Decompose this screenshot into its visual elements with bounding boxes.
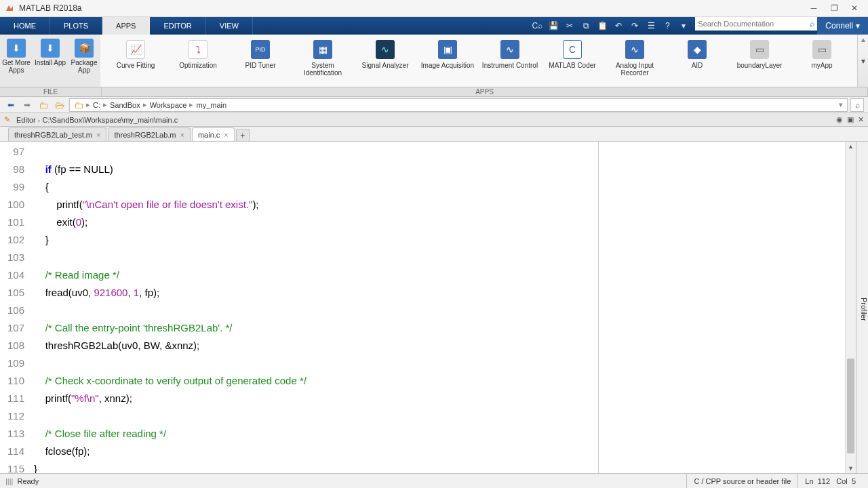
search-icon[interactable]: ⌕ <box>810 19 814 28</box>
code-line[interactable]: /* Close file after reading */ <box>34 425 845 443</box>
code-line[interactable]: printf("\nCan't open file or file doesn'… <box>34 196 845 214</box>
editor-area[interactable]: 9798991001011021031041051061071081091101… <box>0 142 856 473</box>
file-section-label: FILE <box>0 87 102 96</box>
app-aid[interactable]: ◆ AID <box>669 40 726 69</box>
code-line[interactable] <box>34 143 845 161</box>
app-analog-input-recorder[interactable]: ∿ Analog Input Recorder <box>606 40 663 77</box>
code-line[interactable] <box>34 407 845 425</box>
app-icon: C <box>563 40 582 59</box>
scroll-thumb[interactable] <box>847 359 854 453</box>
minimize-button[interactable]: ─ <box>804 1 823 15</box>
editor-actions-icon[interactable]: ◉ <box>836 115 843 124</box>
app-label: Analog Input Recorder <box>606 62 663 77</box>
switch-windows-icon[interactable]: ☰ <box>645 20 657 32</box>
file-action-2[interactable]: 📦 Package App <box>68 39 100 74</box>
ribbon-tab-editor[interactable]: EDITOR <box>150 17 205 35</box>
file-tab-close-icon[interactable]: × <box>180 131 184 139</box>
ribbon-collapse-icon[interactable]: ▲ <box>860 36 867 43</box>
line-number: 110 <box>0 372 24 390</box>
new-file-tab-button[interactable]: + <box>236 129 250 141</box>
file-tab-name: main.c <box>198 131 220 139</box>
app-myapp[interactable]: ▭ myApp <box>793 40 850 69</box>
qa-dropdown-icon[interactable]: ▾ <box>677 20 690 32</box>
code-line[interactable]: printf("%f\n", xnnz); <box>34 390 845 407</box>
code-line[interactable]: fread(uv0, 921600, 1, fp); <box>34 284 845 302</box>
path-dropdown-icon[interactable]: ▾ <box>839 100 843 109</box>
app-matlab-coder[interactable]: C MATLAB Coder <box>544 40 601 69</box>
browse-folder-icon[interactable]: 🗁 <box>53 98 66 112</box>
scroll-down-arrow[interactable]: ▼ <box>846 464 856 473</box>
code-line[interactable]: } <box>34 460 845 473</box>
file-tab-close-icon[interactable]: × <box>224 131 228 139</box>
scroll-up-arrow[interactable]: ▲ <box>846 142 856 151</box>
file-action-1[interactable]: ⬇ Install App <box>34 39 66 66</box>
app-image-acquisition[interactable]: ▣ Image Acquisition <box>419 40 476 69</box>
app-system-identification[interactable]: ▦ System Identification <box>294 40 351 77</box>
file-action-0[interactable]: ⬇ Get More Apps <box>0 39 33 74</box>
file-tab[interactable]: threshRGB2Lab_test.m× <box>8 127 106 141</box>
app-pid-tuner[interactable]: PID PID Tuner <box>232 40 289 69</box>
ribbon-tab-apps[interactable]: APPS <box>102 17 150 35</box>
search-documentation[interactable]: ⌕ <box>695 17 817 30</box>
undo-icon[interactable]: ↶ <box>612 20 625 32</box>
code-line[interactable]: /* Check x-coordinate to verify output o… <box>34 372 845 390</box>
code-line[interactable]: /* Read image */ <box>34 266 845 284</box>
ribbon-tab-plots[interactable]: PLOTS <box>50 17 102 35</box>
code-line[interactable] <box>34 354 845 372</box>
code-line[interactable]: threshRGB2Lab(uv0, BW, &xnnz); <box>34 337 845 354</box>
maximize-button[interactable]: ❐ <box>825 1 844 15</box>
path-seg-0[interactable]: SandBox <box>110 101 140 109</box>
up-folder-icon[interactable]: 🗀 <box>37 98 50 112</box>
copy-icon[interactable]: ⧉ <box>580 20 592 32</box>
ribbon-tab-home[interactable]: HOME <box>0 17 50 35</box>
editor-close-icon[interactable]: ✕ <box>858 115 864 124</box>
editor-dock-icon[interactable]: ▣ <box>847 115 854 124</box>
line-number: 101 <box>0 214 24 231</box>
busy-indicator-icon: |||| <box>5 477 13 485</box>
login-button[interactable]: Connell ▾ <box>817 17 868 35</box>
search-input[interactable] <box>698 20 810 28</box>
find-files-icon[interactable]: C⌕ <box>531 20 543 32</box>
app-signal-analyzer[interactable]: ∿ Signal Analyzer <box>357 40 414 69</box>
code-line[interactable] <box>34 302 845 319</box>
app-label: PID Tuner <box>245 62 275 69</box>
file-tab[interactable]: threshRGB2Lab.m× <box>108 127 191 141</box>
code-line[interactable]: if (fp == NULL) <box>34 161 845 178</box>
cut-icon[interactable]: ✂ <box>564 20 576 32</box>
window-controls: ─ ❐ ✕ <box>804 1 864 15</box>
current-folder-path[interactable]: 🗀 ▸ C: ▸ SandBox ▸ Workspace ▸ my_main ▾ <box>69 98 848 112</box>
help-icon[interactable]: ? <box>661 20 673 32</box>
app-instrument-control[interactable]: ∿ Instrument Control <box>481 40 538 69</box>
code-line[interactable]: { <box>34 178 845 196</box>
app-label: Curve Fitting <box>117 62 155 69</box>
save-icon[interactable]: 💾 <box>547 20 559 32</box>
path-seg-2[interactable]: my_main <box>196 101 226 109</box>
file-group: ⬇ Get More Apps⬇ Install App📦 Package Ap… <box>0 35 100 87</box>
profiler-sidebar-tab[interactable]: Profiler <box>856 142 868 473</box>
editor-split-line[interactable] <box>598 142 599 473</box>
file-tab-close-icon[interactable]: × <box>96 131 100 139</box>
redo-icon[interactable]: ↷ <box>629 20 641 32</box>
code-line[interactable] <box>34 249 845 266</box>
code-line[interactable]: exit(0); <box>34 214 845 231</box>
ribbon-tab-view[interactable]: VIEW <box>206 17 253 35</box>
code-area[interactable]: if (fp == NULL) { printf("\nCan't open f… <box>28 142 845 473</box>
paste-icon[interactable]: 📋 <box>596 20 608 32</box>
code-line[interactable]: /* Call the entry-point 'threshRGB2Lab'.… <box>34 319 845 337</box>
file-action-icon: 📦 <box>75 39 94 58</box>
app-curve-fitting[interactable]: 📈 Curve Fitting <box>107 40 164 69</box>
code-line[interactable]: fclose(fp); <box>34 443 845 460</box>
forward-button[interactable]: ➡ <box>20 98 34 112</box>
address-search-button[interactable]: ⌕ <box>850 98 864 112</box>
back-button[interactable]: ⬅ <box>4 98 18 112</box>
path-seg-1[interactable]: Workspace <box>150 101 187 109</box>
code-line[interactable]: } <box>34 231 845 249</box>
app-boundarylayer[interactable]: ▭ boundaryLayer <box>731 40 788 69</box>
file-tab[interactable]: main.c× <box>192 127 235 141</box>
close-button[interactable]: ✕ <box>845 1 864 15</box>
path-drive[interactable]: C: <box>93 101 100 109</box>
app-optimization[interactable]: ⤵ Optimization <box>170 40 226 69</box>
app-label: boundaryLayer <box>737 62 783 69</box>
ribbon: ⬇ Get More Apps⬇ Install App📦 Package Ap… <box>0 35 868 87</box>
vertical-scrollbar[interactable]: ▲ ▼ <box>845 142 856 473</box>
